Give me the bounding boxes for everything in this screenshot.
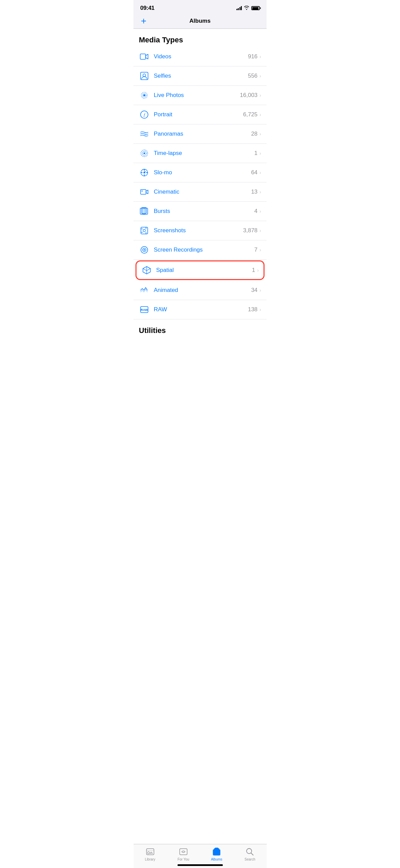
- list-item-spatial[interactable]: Spatial 1 ›: [135, 260, 265, 280]
- list-item-animated[interactable]: Animated 34 ›: [133, 281, 267, 300]
- screen-recordings-label: Screen Recordings: [154, 246, 254, 253]
- screen-recordings-count: 7: [254, 246, 257, 253]
- raw-icon: RAW: [139, 304, 150, 315]
- live-photos-count: 16,003: [240, 92, 257, 99]
- raw-count: 138: [248, 306, 257, 313]
- slo-mo-icon: [139, 167, 150, 178]
- bursts-icon: [139, 206, 150, 217]
- spatial-chevron: ›: [257, 268, 259, 273]
- animated-label: Animated: [154, 287, 251, 294]
- svg-rect-18: [141, 190, 146, 194]
- time-lapse-count: 1: [254, 150, 257, 157]
- list-item-screen-recordings[interactable]: Screen Recordings 7 ›: [133, 240, 267, 260]
- screen-recordings-chevron: ›: [259, 247, 261, 253]
- slo-mo-count: 64: [251, 169, 257, 176]
- bursts-label: Bursts: [154, 208, 254, 215]
- wifi-icon: [244, 5, 249, 11]
- svg-rect-23: [141, 227, 148, 234]
- cinematic-count: 13: [251, 189, 257, 195]
- portrait-count: 6,725: [243, 111, 258, 118]
- svg-rect-19: [142, 191, 143, 192]
- animated-icon: [139, 285, 150, 296]
- screenshots-count: 3,878: [243, 227, 258, 234]
- slo-mo-label: Slo-mo: [154, 169, 251, 176]
- svg-text:RAW: RAW: [141, 308, 148, 312]
- time-lapse-chevron: ›: [259, 151, 261, 156]
- list-item-panoramas[interactable]: Panoramas 28 ›: [133, 124, 267, 144]
- animated-count: 34: [251, 287, 257, 294]
- portrait-label: Portrait: [154, 111, 243, 118]
- bursts-chevron: ›: [259, 209, 261, 214]
- selfies-chevron: ›: [259, 73, 261, 79]
- list-item-selfies[interactable]: Selfies 556 ›: [133, 66, 267, 86]
- screenshots-icon: [139, 225, 150, 236]
- raw-chevron: ›: [259, 307, 261, 312]
- svg-point-10: [144, 153, 145, 154]
- list-item-time-lapse[interactable]: Time-lapse 1 ›: [133, 144, 267, 163]
- media-types-section-header: Media Types: [133, 29, 267, 47]
- add-button[interactable]: +: [139, 16, 148, 26]
- nav-bar: + Albums: [133, 14, 267, 29]
- list-item-slo-mo[interactable]: Slo-mo 64 ›: [133, 163, 267, 182]
- cinematic-chevron: ›: [259, 189, 261, 195]
- status-time: 09:41: [140, 5, 154, 12]
- panoramas-label: Panoramas: [154, 131, 251, 137]
- battery-icon: [251, 6, 260, 10]
- slo-mo-chevron: ›: [259, 170, 261, 175]
- svg-rect-0: [140, 54, 146, 59]
- videos-icon: [139, 51, 150, 62]
- signal-icon: [236, 6, 242, 10]
- svg-point-3: [143, 94, 145, 96]
- svg-point-27: [144, 249, 145, 251]
- live-photos-chevron: ›: [259, 93, 261, 98]
- spatial-label: Spatial: [156, 267, 252, 274]
- status-bar: 09:41: [133, 0, 267, 14]
- utilities-title: Utilities: [139, 326, 166, 335]
- list-item-bursts[interactable]: Bursts 4 ›: [133, 202, 267, 221]
- time-lapse-label: Time-lapse: [154, 150, 254, 157]
- panoramas-count: 28: [251, 131, 257, 137]
- screenshots-label: Screenshots: [154, 227, 243, 234]
- list-item-raw[interactable]: RAW RAW 138 ›: [133, 300, 267, 319]
- selfies-label: Selfies: [154, 73, 248, 79]
- content-area: Media Types Videos 916 › Selfies 556 ›: [133, 29, 267, 365]
- time-lapse-icon: [139, 148, 150, 159]
- selfies-icon: [139, 71, 150, 81]
- list-item-videos[interactable]: Videos 916 ›: [133, 47, 267, 66]
- spatial-icon: [141, 265, 152, 276]
- page-title: Albums: [189, 18, 210, 24]
- media-types-title: Media Types: [139, 36, 183, 44]
- cinematic-icon: [139, 186, 150, 197]
- svg-point-24: [143, 230, 146, 232]
- animated-chevron: ›: [259, 288, 261, 293]
- status-icons: [236, 5, 260, 11]
- panoramas-chevron: ›: [259, 131, 261, 137]
- svg-point-2: [143, 74, 146, 77]
- videos-count: 916: [248, 53, 257, 60]
- portrait-chevron: ›: [259, 112, 261, 117]
- screenshots-chevron: ›: [259, 228, 261, 233]
- videos-chevron: ›: [259, 54, 261, 59]
- raw-label: RAW: [154, 306, 248, 313]
- portrait-icon: f: [139, 109, 150, 120]
- live-photos-icon: [139, 90, 150, 101]
- selfies-count: 556: [248, 73, 257, 79]
- spatial-count: 1: [252, 267, 255, 274]
- list-item-screenshots[interactable]: Screenshots 3,878 ›: [133, 221, 267, 240]
- bursts-count: 4: [254, 208, 257, 215]
- list-item-portrait[interactable]: f Portrait 6,725 ›: [133, 105, 267, 124]
- live-photos-label: Live Photos: [154, 92, 240, 99]
- list-item-live-photos[interactable]: Live Photos 16,003 ›: [133, 86, 267, 105]
- panoramas-icon: [139, 129, 150, 139]
- utilities-section-header: Utilities: [133, 319, 267, 338]
- videos-label: Videos: [154, 53, 248, 60]
- list-item-cinematic[interactable]: Cinematic 13 ›: [133, 182, 267, 202]
- cinematic-label: Cinematic: [154, 189, 251, 195]
- svg-text:f: f: [144, 112, 146, 117]
- screen-recordings-icon: [139, 244, 150, 255]
